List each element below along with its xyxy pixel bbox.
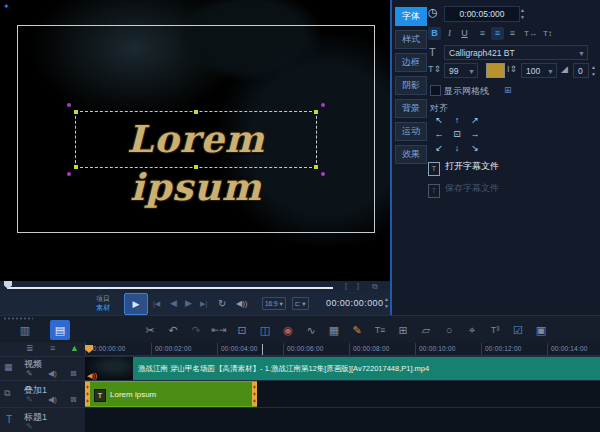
storyboard-view-icon[interactable]: ▥ [15,320,35,340]
check-icon[interactable]: ☑ [508,320,528,340]
playback-mode-switch[interactable]: 项目 素材 [96,294,110,312]
align-center-icon[interactable]: ≡ [491,27,504,40]
align-top-right-button[interactable]: ↗ [468,114,482,126]
mode-clip-label[interactable]: 素材 [96,303,110,312]
go-start-icon[interactable]: |◀ [153,292,160,315]
chapter-point-icon[interactable]: ≡ [50,343,55,353]
3d-title-icon[interactable]: T³ [485,320,505,340]
align-bottom-center-button[interactable]: ↓ [450,142,464,154]
duration-field[interactable]: 0:00:05:000 [444,6,520,22]
mask-creator-icon[interactable]: ▱ [416,320,436,340]
seek-track[interactable] [7,287,333,289]
font-size-select[interactable]: 99 ▼ [444,63,478,78]
multicam-grid-icon[interactable]: ⊞ [393,320,413,340]
rotate-handle[interactable] [321,103,325,107]
timeline-view-icon[interactable]: ▤ [50,320,70,340]
fit-project-icon[interactable]: ⇤⇥ [209,320,229,340]
rotate-handle[interactable] [67,103,71,107]
align-left-icon[interactable]: ≡ [476,27,489,40]
redo-icon[interactable]: ↷ [186,320,206,340]
duration-spinner[interactable]: ▲▼ [520,7,525,21]
font-family-select[interactable]: Calligraph421 BT ▼ [444,45,588,60]
font-color-swatch[interactable] [486,63,505,78]
align-top-center-button[interactable]: ↑ [450,114,464,126]
motion-tracking-icon[interactable]: ⌖ [462,320,482,340]
auto-scroll-icon[interactable]: ▲ [70,343,79,353]
align-center-button[interactable]: ⊡ [450,128,464,140]
align-middle-right-button[interactable]: → [468,128,482,140]
record-capture-icon[interactable]: ◉ [278,320,298,340]
gridline-settings-icon[interactable]: ⊞ [504,85,512,95]
align-right-icon[interactable]: ≡ [506,27,519,40]
go-end-icon[interactable]: ▶| [200,292,207,315]
italic-button[interactable]: I [443,27,456,40]
align-middle-left-button[interactable]: ← [432,128,446,140]
tab-font[interactable]: 字体 [395,7,427,26]
tab-border[interactable]: 边框 [395,53,427,72]
seek-bar[interactable]: [ ] ⧉ [0,281,390,292]
align-top-left-button[interactable]: ↖ [432,114,446,126]
rotation-spinner[interactable]: ▲▼ [591,64,596,78]
prev-frame-icon[interactable]: ◀ [170,292,177,315]
mode-project-label[interactable]: 项目 [96,294,110,303]
audio-mixer-icon[interactable]: ∿ [301,320,321,340]
play-button[interactable]: ▶ [124,293,148,315]
resize-handle[interactable] [74,110,78,114]
edit-pencil-icon[interactable]: ✎ [26,422,33,431]
horizontal-text-icon[interactable]: T↔ [524,27,537,40]
split-clip-icon[interactable]: ◫ [255,320,275,340]
save-subtitle-file-button[interactable]: T保存字幕文件 [428,182,499,198]
title-clip[interactable]: T Lorem ipsum [85,381,257,407]
enlarge-preview-icon[interactable]: ⧉ [372,282,378,292]
mute-track-icon[interactable]: ◀) [48,395,57,404]
lasso-icon[interactable]: ○ [439,320,459,340]
rotate-handle[interactable] [321,172,325,176]
title-selection-box[interactable]: Lorem ipsum [75,111,317,168]
next-frame-icon[interactable]: ▶ [185,292,192,315]
tab-motion[interactable]: 运动 [395,122,427,141]
track-manager-icon[interactable]: ≣ [26,343,34,353]
mark-out-icon[interactable]: ] [357,282,359,289]
track-options-icon[interactable]: ⊠ [70,395,77,404]
trim-handle-left[interactable] [85,382,90,406]
batch-convert-icon[interactable]: ▣ [531,320,551,340]
scissors-icon[interactable]: ✂ [140,320,160,340]
track-options-icon[interactable]: ⊠ [70,369,77,378]
vertical-text-icon[interactable]: T↕ [541,27,554,40]
paint-brush-icon[interactable]: ✎ [347,320,367,340]
undo-icon[interactable]: ↶ [163,320,183,340]
snapshot-icon[interactable]: ⊡ [232,320,252,340]
trim-tool-icon[interactable]: ⊏ ▾ [292,297,309,310]
aspect-ratio-select[interactable]: 16:9 ▾ [262,297,286,310]
open-subtitle-file-button[interactable]: T打开字幕文件 [428,160,499,176]
player-timecode[interactable]: 00:00:00:000 [326,292,383,315]
timeline-ruler[interactable]: 00:00:00:00 00:00:02:00 00:00:04:00 00:0… [85,343,600,356]
underline-button[interactable]: U [458,27,471,40]
trim-handle-right[interactable] [252,382,257,406]
video-track-icon: ▦ [4,362,13,372]
subtitle-editor-icon[interactable]: T≡ [370,320,390,340]
film-transition-icon[interactable]: ▦ [324,320,344,340]
bold-button[interactable]: B [428,27,441,40]
mark-in-icon[interactable]: [ [345,282,347,289]
edit-pencil-icon[interactable]: ✎ [26,369,33,378]
timecode-spinner[interactable]: ▲▼ [384,296,389,310]
rotate-handle[interactable] [67,172,71,176]
volume-icon[interactable]: ◀)) [236,292,247,315]
video-clip[interactable]: ◀)) 激战江南 穿山甲名场面【高清素材】- 1.激战江南第12集[原画版][A… [85,357,600,380]
align-bottom-left-button[interactable]: ↙ [432,142,446,154]
tab-background[interactable]: 背景 [395,99,427,118]
edit-pencil-icon[interactable]: ✎ [26,395,33,404]
rotation-field[interactable]: 0 [573,63,589,78]
preview-title-text[interactable]: Lorem ipsum [76,115,316,211]
line-spacing-select[interactable]: 100 ▼ [521,63,557,78]
tab-style[interactable]: 样式 [395,30,427,49]
mute-track-icon[interactable]: ◀) [48,369,57,378]
align-bottom-right-button[interactable]: ↘ [468,142,482,154]
tab-shadow[interactable]: 阴影 [395,76,427,95]
resize-handle[interactable] [194,110,198,114]
tab-effect[interactable]: 效果 [395,145,427,164]
resize-handle[interactable] [314,110,318,114]
show-gridlines-checkbox[interactable] [430,85,441,96]
loop-icon[interactable]: ↻ [218,292,226,315]
